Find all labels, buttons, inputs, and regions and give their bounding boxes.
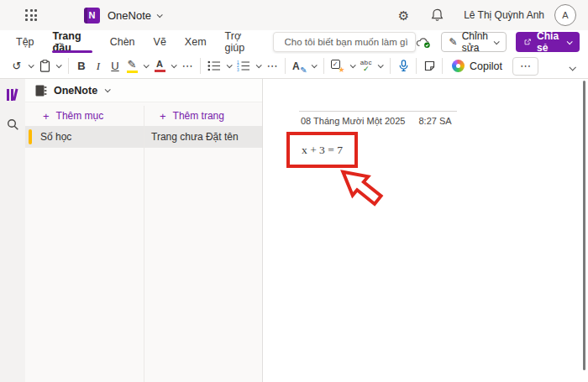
divider [68,58,69,74]
ribbon-overflow-button[interactable]: ⋯ [512,57,538,76]
section-item[interactable]: Số học [25,126,144,148]
bell-icon[interactable] [431,8,444,22]
spellcheck-button[interactable]: abc✓ [358,56,375,76]
canvas-scrollbar[interactable] [583,81,585,370]
spellcheck-icon: abc✓ [360,60,372,73]
add-section-label: Thêm mục [56,110,104,122]
divider [200,58,201,74]
add-page-button[interactable]: + Thêm trang [144,106,262,126]
copilot-button[interactable]: Copilot [447,56,507,76]
numbered-list-button[interactable]: 123 [234,56,253,76]
svg-text:3: 3 [237,68,239,71]
styles-icon: A✎ [292,60,306,72]
tab-file[interactable]: Tệp [7,30,44,54]
tag-icon: ✓★ [331,60,344,72]
undo-dropdown[interactable] [25,56,36,76]
top-bar-right: ⚙ Lê Thị Quỳnh Anh A [398,4,578,26]
avatar-initial: A [562,10,568,20]
bullet-list-icon [207,60,221,71]
tab-home[interactable]: Trang đầu [44,30,101,54]
onenote-logo: N [84,8,100,24]
divider [442,58,443,74]
underline-button[interactable]: U [107,56,123,76]
chevron-down-icon [105,86,111,92]
chevron-down-icon [567,39,573,44]
styles-button[interactable]: A✎ [290,56,308,76]
spellcheck-dropdown[interactable] [375,56,386,76]
page-date: 08 Tháng Mười Một 2025 [301,116,405,126]
notebook-pane: OneNote + Thêm mục Số học + [25,79,263,382]
bullet-list-button[interactable] [205,56,223,76]
annotation-arrow [340,169,396,216]
sticky-note-icon [424,60,435,71]
divider [416,58,417,74]
tab-help[interactable]: Trợ giúp [216,30,265,54]
collapse-ribbon-button[interactable] [564,59,580,74]
font-color-dropdown[interactable] [168,56,179,76]
plus-icon: + [43,111,50,122]
chevron-down-icon[interactable] [157,12,163,18]
ribbon-tab-bar: Tệp Trang đầu Chèn Vẽ Xem Trợ giúp ✎ Chỉ… [0,30,588,54]
tab-insert[interactable]: Chèn [101,30,144,54]
highlight-dropdown[interactable] [140,56,151,76]
search-icon[interactable] [7,118,19,131]
font-color-icon: A [156,60,163,69]
italic-button[interactable]: I [90,56,107,76]
numbered-list-dropdown[interactable] [253,56,264,76]
equation-annotation-box: x + 3 = 7 [286,132,358,168]
ribbon-right-controls: ✎ Chỉnh sửa Chia sẻ [416,32,588,52]
copilot-label: Copilot [470,60,502,72]
microphone-icon [399,60,408,72]
chevron-down-icon [494,39,500,44]
sticky-note-button[interactable] [421,56,438,76]
more-paragraph-button[interactable]: ⋯ [264,56,281,76]
share-label: Chia sẻ [537,30,562,54]
styles-dropdown[interactable] [308,56,319,76]
tags-button[interactable]: ✓★ [328,56,347,76]
divider [390,58,391,74]
onenote-web-app: N OneNote ⚙ Lê Thị Quỳnh Anh A Tệp Trang… [0,0,588,382]
gear-icon[interactable]: ⚙ [398,9,409,22]
user-name: Lê Thị Quỳnh Anh [464,9,544,21]
tab-draw[interactable]: Vẽ [144,30,176,54]
page-name: Trang chưa Đặt tên [144,131,239,143]
tell-me-search[interactable] [273,32,416,52]
dictate-button[interactable] [395,56,412,76]
tags-dropdown[interactable] [347,56,358,76]
copilot-icon [452,60,465,72]
edit-mode-button[interactable]: ✎ Chỉnh sửa [441,32,507,52]
font-color-button[interactable]: A [151,56,168,76]
bold-button[interactable]: B [73,56,90,76]
paste-button[interactable] [36,56,53,76]
share-button[interactable]: Chia sẻ [516,32,580,52]
app-title[interactable]: OneNote [108,9,151,22]
notebook-name: OneNote [54,85,97,97]
bullet-list-dropdown[interactable] [223,56,234,76]
search-input[interactable] [285,37,414,47]
numbered-list-icon: 123 [237,60,250,71]
app-launcher-icon[interactable] [25,9,37,21]
page-canvas[interactable]: 08 Tháng Mười Một 2025 8:27 SA x + 3 = 7 [263,79,588,382]
ellipsis-icon: ⋯ [267,60,278,71]
equation-text: x + 3 = 7 [302,144,343,157]
ellipsis-icon: ⋯ [182,60,193,71]
undo-icon: ↺ [13,60,22,71]
highlight-button[interactable]: ✎ [123,56,140,76]
avatar[interactable]: A [554,4,576,26]
section-color-bar [29,129,32,144]
pencil-icon: ✎ [449,36,458,48]
add-section-button[interactable]: + Thêm mục [25,106,144,126]
page-time: 8:27 SA [418,116,451,126]
page-item[interactable]: Trang chưa Đặt tên [144,126,262,148]
section-name: Số học [40,131,71,143]
notebooks-icon[interactable] [6,88,20,102]
paste-dropdown[interactable] [53,56,64,76]
notebook-switcher[interactable]: OneNote [25,79,262,102]
sections-column: + Thêm mục Số học [25,106,144,382]
logo-letter: N [89,10,96,20]
page-title-underline [299,111,457,112]
tab-view[interactable]: Xem [176,30,216,54]
edit-mode-label: Chỉnh sửa [462,30,488,54]
undo-button[interactable]: ↺ [8,56,25,76]
more-formatting-button[interactable]: ⋯ [179,56,196,76]
